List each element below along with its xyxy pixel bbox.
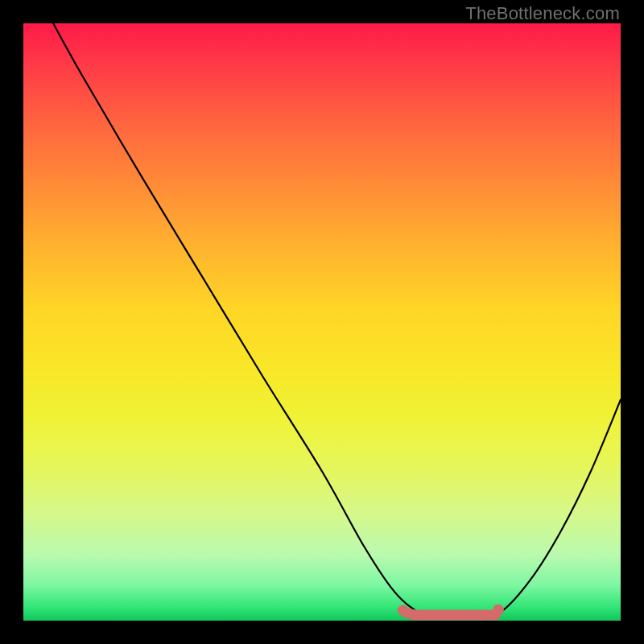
chart-overlay-svg [23,23,621,621]
sweet-spot-bar [402,610,495,615]
bottleneck-curve [53,23,621,618]
watermark-text: TheBottleneck.com [465,3,620,24]
chart-frame: TheBottleneck.com [0,0,644,644]
sweet-spot-end-dot [493,605,504,616]
